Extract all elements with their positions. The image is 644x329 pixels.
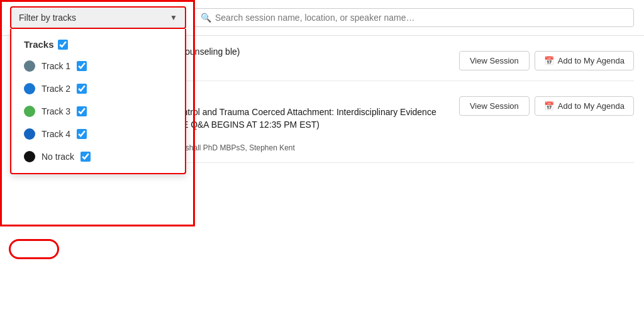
dropdown-label: Filter by tracks [19, 13, 76, 23]
track4-label: Track 4 [42, 129, 70, 139]
session-actions-2: View Session 📅 Add to My Agenda [459, 91, 634, 116]
track1-checkbox[interactable] [77, 61, 87, 71]
view-session-button-2[interactable]: View Session [459, 96, 530, 116]
calendar-icon-1: 📅 [544, 56, 554, 65]
search-icon: 🔍 [201, 13, 211, 23]
calendar-icon-2: 📅 [544, 101, 554, 111]
track-item-3[interactable]: Track 3 [11, 100, 185, 123]
track-badge-highlight-circle [9, 239, 59, 259]
track-item-1[interactable]: Track 1 [11, 55, 185, 77]
track2-label: Track 2 [42, 84, 70, 94]
tracks-header-label: Tracks [24, 39, 54, 50]
notrack-dot [24, 151, 35, 162]
toolbar: Filter by tracks ▼ Tracks Track 1 [0, 0, 644, 36]
filter-dropdown-wrapper: Filter by tracks ▼ Tracks Track 1 [10, 6, 186, 29]
chevron-down-icon: ▼ [170, 13, 177, 22]
track2-dot [24, 83, 35, 94]
session-actions-1: View Session 📅 Add to My Agenda [459, 46, 634, 70]
view-session-button-1[interactable]: View Session [459, 51, 530, 70]
add-agenda-button-1[interactable]: 📅 Add to My Agenda [535, 51, 634, 70]
add-agenda-button-2[interactable]: 📅 Add to My Agenda [535, 96, 634, 116]
notrack-label: No track [42, 152, 74, 162]
track4-dot [24, 128, 35, 140]
dropdown-menu: Tracks Track 1 Track 2 [10, 29, 186, 174]
tracks-all-checkbox[interactable] [58, 40, 68, 50]
track3-checkbox[interactable] [77, 106, 87, 116]
track2-checkbox[interactable] [77, 84, 87, 94]
notrack-checkbox[interactable] [80, 152, 91, 162]
add-agenda-label-1: Add to My Agenda [558, 56, 625, 65]
search-input[interactable] [215, 13, 627, 23]
track3-label: Track 3 [42, 106, 70, 116]
filter-dropdown-button[interactable]: Filter by tracks ▼ [10, 6, 186, 29]
tracks-header: Tracks [11, 34, 185, 55]
search-wrapper: 🔍 [194, 8, 634, 27]
track4-checkbox[interactable] [77, 129, 87, 139]
track1-label: Track 1 [42, 61, 70, 71]
track-item-notrack[interactable]: No track [11, 145, 185, 168]
page-container: Filter by tracks ▼ Tracks Track 1 [0, 0, 644, 329]
track1-dot [24, 60, 35, 72]
track3-dot [24, 106, 35, 117]
add-agenda-label-2: Add to My Agenda [558, 101, 625, 111]
track-item-2[interactable]: Track 2 [11, 77, 185, 100]
track-item-4[interactable]: Track 4 [11, 123, 185, 145]
